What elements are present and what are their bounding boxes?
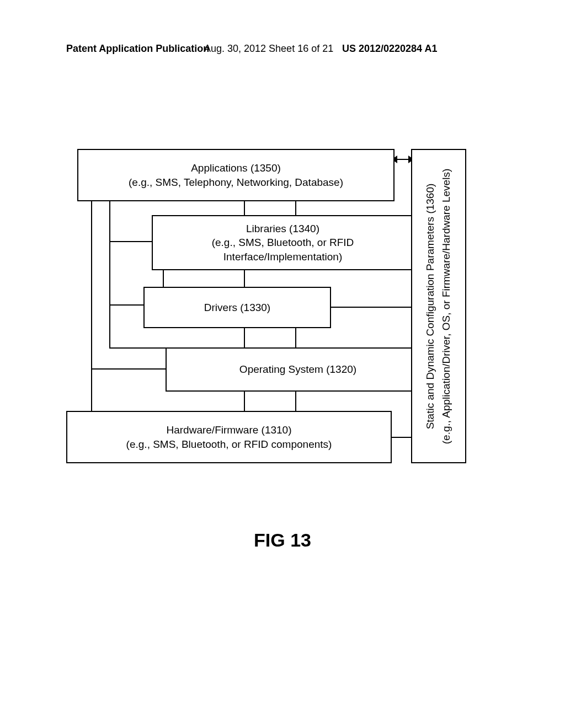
applications-title: Applications (1350) xyxy=(191,161,281,175)
libraries-box: Libraries (1340) (e.g., SMS, Bluetooth, … xyxy=(152,215,414,270)
connector xyxy=(244,392,245,411)
config-parameters-text: Static and Dynamic Configuration Paramet… xyxy=(423,168,455,443)
config-parameters-line1: Static and Dynamic Configuration Paramet… xyxy=(423,168,439,443)
connector xyxy=(109,347,166,349)
header-publication: Patent Application Publication xyxy=(66,43,209,55)
os-box: Operating System (1320) xyxy=(166,347,430,392)
hardware-sub: (e.g., SMS, Bluetooth, or RFID component… xyxy=(126,437,332,452)
drivers-title: Drivers (1330) xyxy=(204,301,270,315)
connector xyxy=(91,201,92,411)
os-title: Operating System (1320) xyxy=(239,362,356,377)
config-parameters-box: Static and Dynamic Configuration Paramet… xyxy=(411,149,466,463)
libraries-sub: (e.g., SMS, Bluetooth, or RFID Interface… xyxy=(212,235,354,264)
drivers-box: Drivers (1330) xyxy=(143,287,331,328)
connector xyxy=(392,437,412,438)
connector xyxy=(109,304,144,306)
figure-label: FIG 13 xyxy=(0,529,565,551)
connector xyxy=(163,270,164,287)
connector xyxy=(91,368,166,370)
connector xyxy=(244,328,245,347)
applications-box: Applications (1350) (e.g., SMS, Telephon… xyxy=(77,149,395,201)
architecture-diagram: Applications (1350) (e.g., SMS, Telephon… xyxy=(66,149,491,469)
applications-sub: (e.g., SMS, Telephony, Networking, Datab… xyxy=(129,175,343,190)
connector xyxy=(295,328,296,347)
hardware-box: Hardware/Firmware (1310) (e.g., SMS, Blu… xyxy=(66,411,392,463)
connector xyxy=(109,241,152,242)
connector xyxy=(244,270,245,287)
connector xyxy=(244,201,245,215)
header-date-sheet: Aug. 30, 2012 Sheet 16 of 21 xyxy=(204,43,333,55)
connector xyxy=(109,201,110,347)
connector xyxy=(295,201,296,215)
config-parameters-line2: (e.g., Application/Driver, OS, or Firmwa… xyxy=(439,168,455,443)
connector xyxy=(331,307,411,308)
connector xyxy=(295,392,296,411)
libraries-title: Libraries (1340) xyxy=(246,222,319,236)
hardware-title: Hardware/Firmware (1310) xyxy=(166,423,291,437)
header-patent-number: US 2012/0220284 A1 xyxy=(342,43,437,55)
